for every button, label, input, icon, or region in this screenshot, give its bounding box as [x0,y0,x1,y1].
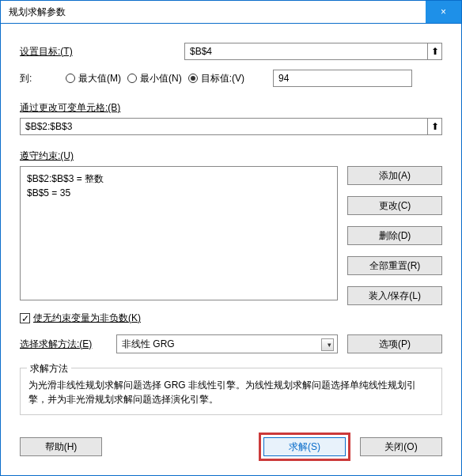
radio-icon [66,74,75,83]
radio-min[interactable]: 最小值(N) [127,72,182,85]
changing-collapse-button[interactable]: ⬆ [428,118,442,135]
radio-icon [188,74,198,83]
nonneg-checkbox[interactable]: ✓ [20,313,30,323]
close-dialog-button[interactable]: 关闭(O) [360,437,442,456]
target-label: 设置目标:(T) [20,45,178,59]
reset-all-button[interactable]: 全部重置(R) [347,256,442,275]
chevron-down-icon: ▾ [328,341,331,349]
help-fieldset: 求解方法 为光滑非线性规划求解问题选择 GRG 非线性引擎。为线性规划求解问题选… [20,368,442,415]
radio-max[interactable]: 最大值(M) [66,72,121,85]
constraints-label: 遵守约束:(U) [20,150,74,161]
method-select[interactable]: 非线性 GRG ▾ [116,334,338,353]
collapse-icon: ⬆ [431,46,439,57]
list-item[interactable]: $B$2:$B$3 = 整数 [27,172,331,186]
close-button[interactable]: × [426,1,461,23]
collapse-icon: ⬆ [431,121,439,132]
list-item[interactable]: $B$5 = 35 [27,186,331,200]
close-icon: × [441,6,446,17]
load-save-button[interactable]: 装入/保存(L) [347,286,442,305]
target-input[interactable] [184,43,428,60]
changing-label: 通过更改可变单元格:(B) [20,102,120,113]
method-value: 非线性 GRG [122,338,175,351]
constraints-listbox[interactable]: $B$2:$B$3 = 整数 $B$5 = 35 [20,166,338,300]
options-button[interactable]: 选项(P) [347,334,442,353]
help-button[interactable]: 帮助(H) [20,437,102,456]
check-icon: ✓ [21,314,29,323]
to-label: 到: [20,72,59,85]
solve-button[interactable]: 求解(S) [263,437,346,456]
changing-input[interactable] [20,118,428,135]
change-constraint-button[interactable]: 更改(C) [347,196,442,215]
radio-icon [127,74,137,83]
dialog-title: 规划求解参数 [9,6,66,19]
add-constraint-button[interactable]: 添加(A) [347,166,442,185]
target-collapse-button[interactable]: ⬆ [428,43,442,60]
target-value-input[interactable] [273,70,412,87]
radio-value-of[interactable]: 目标值:(V) [188,72,244,85]
help-text: 为光滑非线性规划求解问题选择 GRG 非线性引擎。为线性规划求解问题选择单纯线性… [28,378,434,406]
titlebar: 规划求解参数 × [1,1,461,24]
nonneg-label: 使无约束变量为非负数(K) [33,312,141,325]
delete-constraint-button[interactable]: 删除(D) [347,226,442,245]
solve-highlight: 求解(S) [259,433,350,461]
help-legend: 求解方法 [27,362,71,376]
method-label: 选择求解方法:(E) [20,338,110,351]
